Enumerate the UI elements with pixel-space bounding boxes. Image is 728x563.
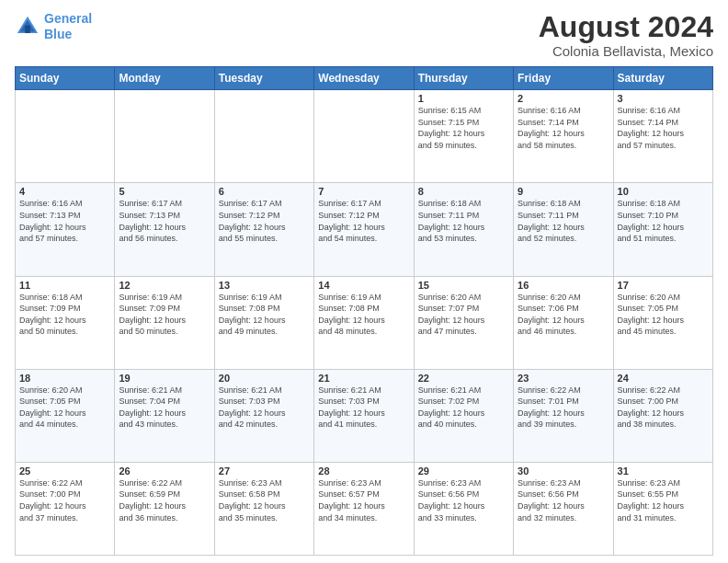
day-number: 21 (318, 373, 409, 384)
day-info: Sunrise: 6:23 AM Sunset: 6:56 PM Dayligh… (518, 477, 609, 523)
calendar-cell: 8Sunrise: 6:18 AM Sunset: 7:11 PM Daylig… (414, 183, 513, 276)
day-info: Sunrise: 6:18 AM Sunset: 7:10 PM Dayligh… (618, 198, 709, 244)
subtitle: Colonia Bellavista, Mexico (539, 43, 713, 59)
calendar-week-row: 1Sunrise: 6:15 AM Sunset: 7:15 PM Daylig… (16, 90, 713, 183)
page: General Blue August 2024 Colonia Bellavi… (0, 0, 728, 563)
day-info: Sunrise: 6:21 AM Sunset: 7:03 PM Dayligh… (219, 385, 310, 431)
calendar-cell: 23Sunrise: 6:22 AM Sunset: 7:01 PM Dayli… (514, 369, 613, 462)
day-number: 26 (119, 465, 210, 477)
day-number: 15 (418, 280, 509, 291)
day-info: Sunrise: 6:19 AM Sunset: 7:08 PM Dayligh… (318, 292, 409, 338)
day-info: Sunrise: 6:23 AM Sunset: 6:56 PM Dayligh… (418, 477, 509, 523)
calendar-cell: 17Sunrise: 6:20 AM Sunset: 7:05 PM Dayli… (613, 276, 712, 369)
calendar-cell: 2Sunrise: 6:16 AM Sunset: 7:14 PM Daylig… (514, 90, 613, 183)
day-info: Sunrise: 6:20 AM Sunset: 7:07 PM Dayligh… (418, 292, 509, 338)
logo-text: General Blue (44, 11, 92, 42)
day-number: 22 (418, 373, 509, 384)
day-number: 7 (318, 186, 409, 197)
day-info: Sunrise: 6:21 AM Sunset: 7:04 PM Dayligh… (119, 385, 210, 431)
day-info: Sunrise: 6:22 AM Sunset: 7:00 PM Dayligh… (19, 477, 110, 523)
calendar-header-row: SundayMondayTuesdayWednesdayThursdayFrid… (16, 67, 713, 90)
day-number: 9 (518, 186, 609, 197)
calendar-cell: 31Sunrise: 6:23 AM Sunset: 6:55 PM Dayli… (613, 462, 712, 555)
calendar-cell: 19Sunrise: 6:21 AM Sunset: 7:04 PM Dayli… (115, 369, 214, 462)
day-number: 19 (119, 373, 210, 384)
calendar-cell: 14Sunrise: 6:19 AM Sunset: 7:08 PM Dayli… (314, 276, 414, 369)
calendar-cell: 30Sunrise: 6:23 AM Sunset: 6:56 PM Dayli… (514, 462, 613, 555)
calendar-cell: 21Sunrise: 6:21 AM Sunset: 7:03 PM Dayli… (314, 369, 414, 462)
day-info: Sunrise: 6:21 AM Sunset: 7:03 PM Dayligh… (318, 385, 409, 431)
day-info: Sunrise: 6:15 AM Sunset: 7:15 PM Dayligh… (418, 105, 509, 151)
day-number: 11 (19, 280, 110, 291)
logo-icon (15, 14, 40, 40)
day-number: 20 (219, 373, 310, 384)
day-number: 4 (19, 186, 110, 197)
logo-line1: General (44, 11, 92, 26)
calendar-cell: 28Sunrise: 6:23 AM Sunset: 6:57 PM Dayli… (314, 462, 414, 555)
calendar-day-header: Wednesday (314, 67, 414, 90)
day-number: 27 (219, 465, 310, 477)
calendar-cell: 24Sunrise: 6:22 AM Sunset: 7:00 PM Dayli… (613, 369, 712, 462)
day-number: 29 (418, 465, 509, 477)
day-info: Sunrise: 6:20 AM Sunset: 7:05 PM Dayligh… (618, 292, 709, 338)
calendar-cell: 27Sunrise: 6:23 AM Sunset: 6:58 PM Dayli… (214, 462, 313, 555)
day-number: 24 (618, 373, 709, 384)
calendar-day-header: Tuesday (214, 67, 313, 90)
calendar-table: SundayMondayTuesdayWednesdayThursdayFrid… (15, 66, 713, 556)
day-number: 12 (119, 280, 210, 291)
day-number: 8 (418, 186, 509, 197)
calendar-cell: 16Sunrise: 6:20 AM Sunset: 7:06 PM Dayli… (514, 276, 613, 369)
day-number: 28 (318, 465, 409, 477)
logo: General Blue (15, 11, 92, 42)
calendar-cell (214, 90, 313, 183)
day-number: 17 (618, 280, 709, 291)
calendar-cell: 29Sunrise: 6:23 AM Sunset: 6:56 PM Dayli… (414, 462, 513, 555)
day-number: 14 (318, 280, 409, 291)
calendar-week-row: 25Sunrise: 6:22 AM Sunset: 7:00 PM Dayli… (16, 462, 713, 555)
day-number: 23 (518, 373, 609, 384)
calendar-cell: 3Sunrise: 6:16 AM Sunset: 7:14 PM Daylig… (613, 90, 712, 183)
day-info: Sunrise: 6:17 AM Sunset: 7:12 PM Dayligh… (219, 198, 310, 244)
title-block: August 2024 Colonia Bellavista, Mexico (539, 11, 713, 59)
calendar-cell: 13Sunrise: 6:19 AM Sunset: 7:08 PM Dayli… (214, 276, 313, 369)
day-number: 10 (618, 186, 709, 197)
calendar-week-row: 4Sunrise: 6:16 AM Sunset: 7:13 PM Daylig… (16, 183, 713, 276)
main-title: August 2024 (539, 11, 713, 43)
day-info: Sunrise: 6:22 AM Sunset: 6:59 PM Dayligh… (119, 477, 210, 523)
day-info: Sunrise: 6:23 AM Sunset: 6:57 PM Dayligh… (318, 477, 409, 523)
day-number: 6 (219, 186, 310, 197)
calendar-day-header: Monday (115, 67, 214, 90)
day-info: Sunrise: 6:22 AM Sunset: 7:00 PM Dayligh… (618, 385, 709, 431)
day-number: 18 (19, 373, 110, 384)
day-info: Sunrise: 6:23 AM Sunset: 6:58 PM Dayligh… (219, 477, 310, 523)
day-info: Sunrise: 6:16 AM Sunset: 7:14 PM Dayligh… (618, 105, 709, 151)
calendar-cell: 7Sunrise: 6:17 AM Sunset: 7:12 PM Daylig… (314, 183, 414, 276)
calendar-cell: 12Sunrise: 6:19 AM Sunset: 7:09 PM Dayli… (115, 276, 214, 369)
calendar-week-row: 11Sunrise: 6:18 AM Sunset: 7:09 PM Dayli… (16, 276, 713, 369)
calendar-day-header: Thursday (414, 67, 513, 90)
day-number: 31 (618, 465, 709, 477)
day-number: 25 (19, 465, 110, 477)
calendar-cell: 11Sunrise: 6:18 AM Sunset: 7:09 PM Dayli… (16, 276, 115, 369)
calendar-cell (16, 90, 115, 183)
svg-rect-2 (25, 25, 30, 32)
calendar-cell: 20Sunrise: 6:21 AM Sunset: 7:03 PM Dayli… (214, 369, 313, 462)
day-info: Sunrise: 6:17 AM Sunset: 7:13 PM Dayligh… (119, 198, 210, 244)
calendar-cell: 4Sunrise: 6:16 AM Sunset: 7:13 PM Daylig… (16, 183, 115, 276)
calendar-cell: 22Sunrise: 6:21 AM Sunset: 7:02 PM Dayli… (414, 369, 513, 462)
day-number: 30 (518, 465, 609, 477)
calendar-cell: 9Sunrise: 6:18 AM Sunset: 7:11 PM Daylig… (514, 183, 613, 276)
day-number: 16 (518, 280, 609, 291)
logo-line2: Blue (44, 27, 72, 41)
calendar-cell: 15Sunrise: 6:20 AM Sunset: 7:07 PM Dayli… (414, 276, 513, 369)
day-info: Sunrise: 6:17 AM Sunset: 7:12 PM Dayligh… (318, 198, 409, 244)
day-number: 1 (418, 93, 509, 104)
day-info: Sunrise: 6:20 AM Sunset: 7:06 PM Dayligh… (518, 292, 609, 338)
day-number: 2 (518, 93, 609, 104)
day-info: Sunrise: 6:18 AM Sunset: 7:11 PM Dayligh… (418, 198, 509, 244)
day-number: 3 (618, 93, 709, 104)
day-number: 13 (219, 280, 310, 291)
calendar-day-header: Sunday (16, 67, 115, 90)
day-number: 5 (119, 186, 210, 197)
day-info: Sunrise: 6:21 AM Sunset: 7:02 PM Dayligh… (418, 385, 509, 431)
